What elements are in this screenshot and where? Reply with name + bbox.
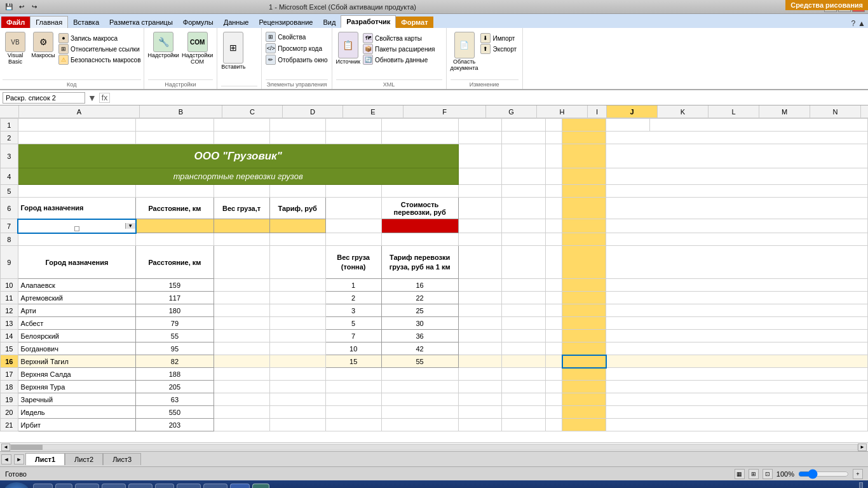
cell-D14[interactable] [269, 330, 325, 342]
cell-G2[interactable] [458, 132, 502, 144]
cell-H10[interactable] [502, 279, 546, 292]
cell-I10[interactable] [546, 279, 562, 292]
cell-D11[interactable] [269, 292, 325, 304]
cell-H21[interactable] [502, 419, 546, 431]
cell-G15[interactable] [458, 342, 502, 355]
cell-rest-9[interactable] [606, 246, 868, 279]
cell-J11[interactable] [562, 292, 606, 304]
tab-page-layout[interactable]: Разметка страницы [104, 17, 178, 28]
cell-B13[interactable]: 79 [136, 317, 214, 330]
cell-D5[interactable] [269, 185, 325, 198]
cell-D1[interactable] [269, 119, 325, 132]
insert-function-btn[interactable]: fx [99, 93, 110, 103]
cell-C7[interactable] [214, 219, 269, 233]
taskbar-app-ya[interactable]: Я [33, 484, 53, 488]
cell-rest-10[interactable] [606, 279, 868, 292]
cell-H1[interactable] [502, 119, 546, 132]
cell-A6[interactable]: Город назначения [18, 198, 136, 219]
cell-I12[interactable] [546, 304, 562, 317]
cell-I1[interactable] [546, 119, 562, 132]
source-btn[interactable]: 📋 Источник [336, 32, 360, 65]
cell-I18[interactable] [546, 381, 562, 393]
cell-rest-16[interactable] [606, 355, 868, 368]
col-header-G[interactable]: G [486, 105, 537, 118]
col-header-O[interactable]: O [861, 105, 868, 118]
horizontal-scrollbar-track[interactable] [10, 444, 858, 451]
export-btn[interactable]: ⬆ Экспорт [480, 44, 517, 54]
cell-A15[interactable]: Богданович [18, 342, 136, 355]
zoom-slider[interactable] [798, 470, 849, 478]
cell-G12[interactable] [458, 304, 502, 317]
tab-data[interactable]: Данные [219, 17, 254, 28]
cell-G16[interactable] [458, 355, 502, 368]
formula-input[interactable] [112, 92, 865, 104]
cell-I19[interactable] [546, 393, 562, 406]
cell-A10[interactable]: Алапаевск [18, 279, 136, 292]
cell-G7[interactable] [458, 219, 502, 233]
cell-G19[interactable] [458, 393, 502, 406]
cell-I8[interactable] [546, 233, 562, 246]
cell-F14[interactable]: 36 [381, 330, 458, 342]
cell-D12[interactable] [269, 304, 325, 317]
cell-D21[interactable] [269, 419, 325, 431]
col-header-J[interactable]: J [607, 105, 658, 118]
cell-C6[interactable]: Вес груза,т [214, 198, 269, 219]
cell-A16[interactable]: Верхний Тагил [18, 355, 136, 368]
cell-merged-subtitle[interactable]: транспортные перевозки грузов [18, 168, 458, 185]
cell-J6[interactable] [562, 198, 606, 219]
cell-G20[interactable] [458, 406, 502, 419]
cell-F15[interactable]: 42 [381, 342, 458, 355]
cell-A19[interactable]: Заречный [18, 393, 136, 406]
cell-E19[interactable] [325, 393, 381, 406]
cell-A5[interactable] [18, 185, 136, 198]
cell-F18[interactable] [381, 381, 458, 393]
cell-F20[interactable] [381, 406, 458, 419]
cell-F13[interactable]: 30 [381, 317, 458, 330]
view-normal-btn[interactable]: ▦ [735, 469, 745, 479]
cell-G1[interactable] [458, 119, 502, 132]
undo-btn[interactable]: ↩ [16, 2, 27, 12]
cell-J20[interactable] [562, 406, 606, 419]
help-btn[interactable]: ? [851, 19, 855, 28]
zoom-in-btn[interactable]: + [853, 469, 863, 479]
taskbar-app-firefox[interactable]: 🦊 [102, 484, 126, 488]
tab-formulas[interactable]: Формулы [178, 17, 219, 28]
cell-H7[interactable] [502, 219, 546, 233]
cell-J1[interactable] [562, 119, 606, 132]
cell-A11[interactable]: Артемовский [18, 292, 136, 304]
cell-H14[interactable] [502, 330, 546, 342]
show-desktop-btn[interactable] [859, 482, 863, 488]
cell-C21[interactable] [214, 419, 269, 431]
cell-D20[interactable] [269, 406, 325, 419]
cell-F10[interactable]: 16 [381, 279, 458, 292]
cell-F9[interactable]: Тариф перевозки груза, руб на 1 км [381, 246, 458, 279]
col-header-K[interactable]: K [658, 105, 709, 118]
dropdown-input[interactable] [18, 220, 125, 232]
cell-G13[interactable] [458, 317, 502, 330]
cell-E13[interactable]: 5 [325, 317, 381, 330]
sheet-scroll-right[interactable]: ► [14, 454, 24, 464]
cell-rest-8[interactable] [606, 233, 868, 246]
cell-A1[interactable] [18, 119, 136, 132]
taskbar-app-word[interactable]: W [230, 484, 250, 488]
cell-G18[interactable] [458, 381, 502, 393]
cell-C2[interactable] [214, 132, 269, 144]
cell-A12[interactable]: Арти [18, 304, 136, 317]
tab-format[interactable]: Формат [396, 17, 433, 28]
cell-G21[interactable] [458, 419, 502, 431]
cell-F21[interactable] [381, 419, 458, 431]
cell-C8[interactable] [214, 233, 269, 246]
cell-B11[interactable]: 117 [136, 292, 214, 304]
sheet-tab-3[interactable]: Лист3 [103, 453, 141, 465]
cell-rest-4[interactable] [606, 168, 868, 185]
cell-rest-19[interactable] [606, 393, 868, 406]
cell-H16[interactable] [502, 355, 546, 368]
scroll-left-btn[interactable]: ◄ [1, 444, 10, 451]
visual-basic-btn[interactable]: VB VisualBasic [3, 32, 28, 65]
cell-H9[interactable] [502, 246, 546, 279]
col-header-F[interactable]: F [403, 105, 486, 118]
taskbar-app-music[interactable]: 🎵 [177, 484, 201, 488]
cell-rest-15[interactable] [606, 342, 868, 355]
cell-J17[interactable] [562, 368, 606, 381]
taskbar-app-chrome[interactable]: 🔵 [128, 484, 153, 488]
